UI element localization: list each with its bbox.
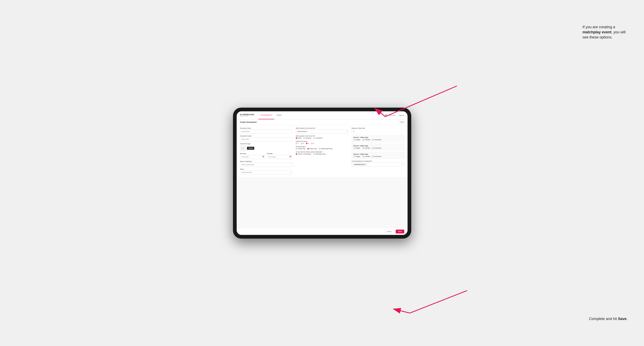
form-col-right: Maximum Team Size Round 1 - Match Type S…	[352, 128, 404, 174]
rounds-3-item[interactable]: 3	[306, 143, 309, 144]
scoring-match-label: Match Play	[310, 148, 317, 149]
round3-singles-radio[interactable]	[354, 156, 355, 157]
api-select-wrap[interactable]: Leaderboard King ✕ ▼	[352, 163, 404, 167]
start-date-group: Start date 📅	[240, 153, 265, 159]
api-chevron-icon: ▼	[402, 164, 403, 165]
start-date-label: Start date	[240, 153, 265, 154]
back-button[interactable]: < Back	[399, 121, 404, 123]
scoring-medal-item[interactable]: Medal Match Play	[319, 148, 332, 150]
round3-match-type-title: Round 3 - Match Type	[354, 154, 402, 155]
tournament-name-input[interactable]	[240, 137, 292, 141]
scoring-stroke-item[interactable]: Stroke Play	[296, 148, 305, 150]
gender-womens-label: Womens	[306, 137, 312, 139]
gender-radio-group: Mens Womens Combined	[296, 137, 348, 139]
brand: SCOREBOARD Powered by clippit	[240, 114, 254, 117]
rounds-4-radio[interactable]	[311, 143, 313, 144]
scoring-medal-radio[interactable]	[319, 148, 320, 150]
gender-combined-label: Combined	[316, 137, 322, 139]
scoring-group: Scoring system Stroke Play Match Play	[296, 146, 348, 150]
venue-input[interactable]	[240, 171, 292, 174]
nav-link-tournaments[interactable]: TOURNAMENTS	[258, 111, 274, 120]
end-date-input[interactable]	[267, 155, 292, 159]
round3-singles-item[interactable]: Singles	[354, 156, 360, 157]
signout-link[interactable]: Sign out	[399, 115, 404, 116]
round1-match-type-title: Round 1 - Match Type	[354, 137, 402, 138]
round1-fourball-item[interactable]: Fourball	[362, 139, 370, 141]
tablet-frame: SCOREBOARD Powered by clippit TOURNAMENT…	[233, 108, 411, 239]
nav-right: Test User | Sign out	[384, 114, 404, 117]
round2-match-type-section: Round 2 - Match Type Singles Fourball	[352, 144, 404, 150]
api-tag-remove[interactable]: ✕	[365, 164, 366, 165]
gender-mens-radio[interactable]	[296, 137, 297, 139]
round3-foursomes-item[interactable]: Foursomes	[372, 156, 381, 157]
round2-singles-label: Singles	[356, 147, 360, 149]
round2-foursomes-label: Foursomes	[374, 147, 381, 149]
gender-womens-item[interactable]: Womens	[304, 137, 312, 139]
calendar-icon-2: 📅	[289, 156, 291, 158]
round1-foursomes-radio[interactable]	[372, 139, 374, 141]
start-date-input[interactable]	[240, 155, 265, 159]
event-type-teams-radio[interactable]	[296, 153, 297, 155]
navbar: SCOREBOARD Powered by clippit TOURNAMENT…	[237, 111, 408, 120]
tablet-screen: SCOREBOARD Powered by clippit TOURNAMENT…	[237, 111, 408, 235]
page-title: Create Tournament	[240, 121, 257, 123]
event-type-individuals-item[interactable]: Individuals Only	[313, 153, 326, 155]
event-type-label: Is this event for Teams and/or Individua…	[296, 151, 348, 153]
rounds-2-label: 2	[303, 143, 304, 144]
gender-combined-radio[interactable]	[314, 137, 315, 139]
upload-button[interactable]: Upload	[247, 147, 254, 150]
round3-match-type-section: Round 3 - Match Type Singles Fourball	[352, 152, 404, 159]
rounds-4-label: 4	[313, 143, 314, 144]
round2-singles-radio[interactable]	[354, 147, 355, 149]
save-button[interactable]: Save	[396, 230, 404, 233]
tournament-name-label: Tournament name	[240, 135, 292, 137]
end-date-group: End date 📅	[267, 153, 292, 159]
round1-fourball-radio[interactable]	[362, 139, 364, 141]
event-type-individuals-radio[interactable]	[313, 153, 315, 155]
scoring-match-item[interactable]: Match Play	[307, 148, 317, 150]
rounds-1-item[interactable]: 1	[296, 143, 299, 144]
scoring-label: Scoring system	[296, 146, 348, 147]
rounds-4-item[interactable]: 4	[311, 143, 314, 144]
cancel-button[interactable]: Cancel	[384, 230, 394, 233]
max-team-size-input[interactable]	[352, 130, 362, 134]
scoring-stroke-radio[interactable]	[296, 148, 297, 150]
round2-singles-item[interactable]: Singles	[354, 147, 360, 149]
tournament-host-input[interactable]	[240, 130, 292, 134]
rounds-3-radio[interactable]	[306, 143, 308, 144]
gender-womens-radio[interactable]	[304, 137, 305, 139]
round3-fourball-radio[interactable]	[362, 156, 364, 157]
round2-fourball-radio[interactable]	[362, 147, 364, 149]
round3-fourball-item[interactable]: Fourball	[362, 156, 370, 157]
nav-links: TOURNAMENTS TEAMS	[258, 111, 385, 120]
round3-foursomes-label: Foursomes	[374, 156, 381, 157]
scoring-match-radio[interactable]	[307, 148, 309, 150]
round3-fourball-label: Fourball	[365, 156, 370, 157]
form-col-left: Tournament Host Tournament name Tourname…	[240, 128, 292, 174]
nav-link-teams[interactable]: TEAMS	[274, 111, 284, 120]
rounds-2-radio[interactable]	[301, 143, 302, 144]
page-header: Create Tournament < Back	[237, 120, 408, 125]
sponsor-label: Sponsor (optional)	[240, 161, 292, 162]
rounds-2-item[interactable]: 2	[301, 143, 304, 144]
brand-subtitle: Powered by clippit	[240, 116, 254, 117]
round3-foursomes-radio[interactable]	[372, 156, 374, 157]
round2-foursomes-radio[interactable]	[372, 147, 374, 149]
event-type-teams-label: Teams (+Individuals)	[298, 153, 311, 155]
round1-foursomes-item[interactable]: Foursomes	[372, 139, 381, 141]
round2-radio-group: Singles Fourball Foursomes	[354, 147, 402, 149]
date-row: Start date 📅 End date 📅	[240, 153, 292, 159]
max-team-size-group: Maximum Team Size	[352, 128, 404, 134]
event-type-teams-item[interactable]: Teams (+Individuals)	[296, 153, 311, 155]
scoring-radio-group: Stroke Play Match Play Medal Match Play	[296, 148, 348, 150]
gender-mens-item[interactable]: Mens	[296, 137, 302, 139]
sponsor-input[interactable]	[240, 163, 292, 167]
sponsor-group: Sponsor (optional)	[240, 161, 292, 167]
round2-foursomes-item[interactable]: Foursomes	[372, 147, 381, 149]
rounds-1-radio[interactable]	[296, 143, 297, 144]
round2-fourball-item[interactable]: Fourball	[362, 147, 370, 149]
round1-singles-radio[interactable]	[354, 139, 355, 141]
division-select[interactable]: NCAA Division I	[296, 130, 348, 134]
round1-singles-item[interactable]: Singles	[354, 139, 360, 141]
gender-combined-item[interactable]: Combined	[314, 137, 322, 139]
